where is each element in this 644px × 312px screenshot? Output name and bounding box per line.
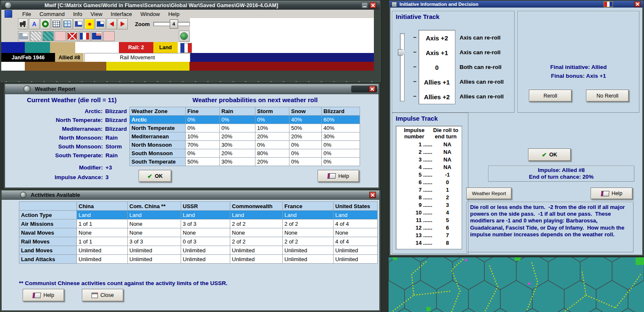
weather-report-button[interactable]: Weather Report [466,188,512,199]
table-cell[interactable]: 0% [289,141,322,149]
table-cell[interactable]: 2 of 2 [230,237,283,246]
no-reroll-button[interactable]: No Reroll [586,90,629,102]
prev-button[interactable] [107,19,117,29]
table-cell[interactable]: 50% [289,124,322,132]
menu-info[interactable]: Info [69,11,87,17]
table-cell[interactable]: Land [77,211,128,219]
row-label[interactable]: Land Attacks [19,255,77,264]
pink-flag-button[interactable] [55,31,66,41]
table-cell[interactable]: 0% [322,141,360,149]
table-cell[interactable]: 2 of 2 [283,237,334,246]
row-label[interactable]: North Temperate [130,124,186,132]
table-row[interactable]: Land Attacks Unlimited Unlimited Unlimit… [19,255,378,264]
weather-ok-button[interactable]: ✔ OK [139,170,171,182]
activities-close-button-main[interactable]: Close [82,289,124,301]
table-cell[interactable]: 70% [186,141,220,149]
table-cell[interactable]: 0% [255,141,289,149]
hatch-button[interactable] [30,31,42,41]
menu-help[interactable]: Help [164,11,184,17]
zoom-slider[interactable]: 4 [153,22,190,26]
table-cell[interactable]: Land [334,211,378,219]
table-cell[interactable]: 1 of 1 [77,219,128,228]
table-cell[interactable]: Unlimited [334,255,378,264]
table-cell[interactable]: 3 of 3 [181,219,230,228]
font-button[interactable]: A [29,19,39,29]
row-label[interactable]: Mediterranean [130,132,186,141]
table-row[interactable]: Land Moves Unlimited Unlimited Unlimited… [19,246,378,255]
france-flag-button[interactable] [79,31,90,41]
table-cell[interactable]: None [181,228,230,237]
initiative-slider-thumb[interactable] [398,49,406,56]
table-row[interactable]: Rail Moves 1 of 1 3 of 3 0 of 3 2 of 2 2… [19,237,378,246]
table-cell[interactable]: 2 of 2 [230,219,283,228]
table-cell[interactable]: Unlimited [77,246,128,255]
table-row-selected[interactable]: Arctic 0% 0% 0% 40% 60% [130,116,360,124]
initiative-slider-track[interactable] [400,33,405,101]
table-cell[interactable]: 30% [322,132,360,141]
table-cell[interactable]: 0% [186,116,220,124]
table-cell[interactable]: None [128,219,181,228]
table-cell[interactable]: 30% [220,158,255,166]
table-cell[interactable]: Land [230,211,283,219]
usa-flag-button[interactable] [91,31,103,41]
next-button[interactable] [118,19,128,29]
table-cell[interactable]: 0% [186,149,220,158]
table-cell[interactable]: 40% [289,116,322,124]
table-cell[interactable]: 0% [220,124,255,132]
main-titlebar[interactable]: Mwif [C:\Matrix Games\World in Flames\Sc… [1,1,380,10]
table-cell[interactable]: 30% [220,141,255,149]
globe-button[interactable] [179,31,189,42]
table-cell[interactable]: Unlimited [230,255,283,264]
table-cell[interactable]: 50% [186,158,220,166]
grid-button[interactable] [51,19,61,29]
initiative-titlebar[interactable]: Initiative Information and Decision [389,1,643,8]
table-cell[interactable]: Land [181,211,230,219]
row-label[interactable]: South Monsoon [130,149,186,158]
rail-mode-button[interactable] [18,19,28,29]
table-cell[interactable]: 0% [289,149,322,158]
table-cell[interactable]: 80% [255,149,289,158]
table-cell[interactable]: 20% [289,132,322,141]
row-label[interactable]: Air Missions [19,219,77,228]
table-cell[interactable]: 4 of 4 [334,237,378,246]
table-cell[interactable]: 60% [322,116,360,124]
table-cell[interactable]: 3 of 3 [128,237,181,246]
highlight-button[interactable] [84,19,95,29]
reroll-button[interactable]: Reroll [529,90,572,102]
table-cell[interactable]: 20% [255,158,289,166]
map-view[interactable] [389,257,644,312]
table-cell[interactable]: None [128,228,181,237]
flag-toggle-button[interactable] [74,19,84,29]
table-cell[interactable]: 10% [186,132,220,141]
row-label[interactable]: South Temperate [130,158,186,166]
table-row[interactable]: Naval Moves None None None None None Non… [19,228,378,237]
menu-file[interactable]: File [18,11,35,17]
initiative-help-button[interactable]: Help [591,188,633,199]
initiative-close-button[interactable] [634,1,641,7]
minimize-button[interactable] [361,2,368,8]
neutral-flag-button[interactable] [18,31,29,41]
weather-help-button[interactable]: Help [318,170,359,182]
table-cell[interactable]: 0% [289,158,322,166]
row-label[interactable]: Arctic [130,116,186,124]
initiative-ok-button[interactable]: ✔ OK [528,148,571,161]
table-cell[interactable]: 20% [220,132,255,141]
table-cell[interactable]: 0% [220,116,255,124]
table-cell[interactable]: 0 of 3 [181,237,230,246]
table-row[interactable]: South Monsoon 0% 20% 80% 0% 0% [130,149,360,158]
table-row[interactable]: Mediterranean 10% 20% 20% 20% 30% [130,132,360,141]
table-cell[interactable]: Land [283,211,334,219]
close-button[interactable] [370,2,376,8]
pink-panel-button[interactable] [103,31,115,41]
window-grid-button[interactable] [62,19,72,29]
activities-titlebar[interactable]: Activities Available [2,190,379,199]
row-label[interactable]: Naval Moves [19,228,77,237]
table-cell[interactable]: Unlimited [283,255,334,264]
weather-titlebar[interactable]: Weather Report [5,84,379,94]
row-label[interactable]: North Monsoon [130,141,186,149]
country-flag-button[interactable] [95,19,105,29]
table-row[interactable]: North Monsoon 70% 30% 0% 0% 0% [130,141,360,149]
table-cell[interactable]: Unlimited [230,246,283,255]
table-cell[interactable]: Land [128,211,181,219]
menu-interface[interactable]: Interface [107,11,137,17]
